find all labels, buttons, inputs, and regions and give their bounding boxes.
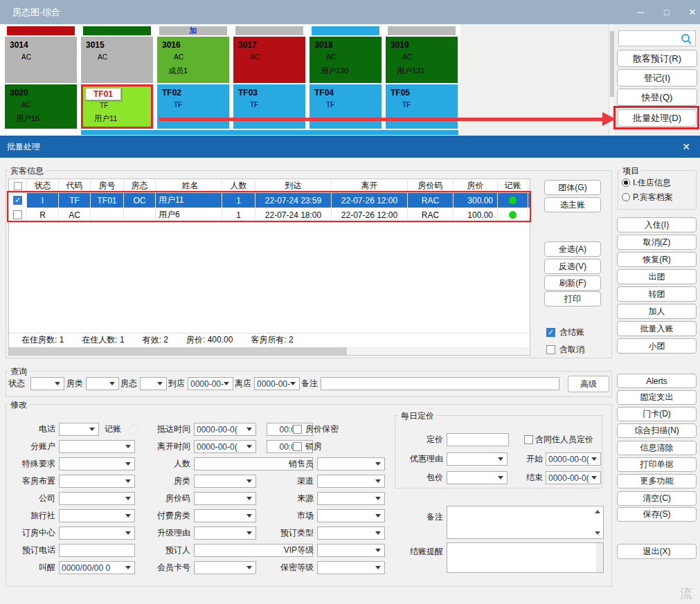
- scroll-up-icon[interactable]: [595, 510, 600, 513]
- select-all-button[interactable]: 全选(A): [544, 241, 601, 257]
- rate-secret-checkbox[interactable]: [293, 425, 302, 434]
- member-card-dropdown[interactable]: [194, 561, 256, 574]
- booking-center-dropdown[interactable]: [59, 527, 135, 540]
- salesman-dropdown[interactable]: [317, 457, 385, 470]
- discount-reason-dropdown[interactable]: [447, 452, 508, 466]
- roomtype-modify-dropdown[interactable]: [194, 475, 256, 488]
- row-checkbox-cell[interactable]: [9, 193, 27, 208]
- scan-button[interactable]: 综合扫描(N): [617, 423, 697, 438]
- room-tile-3018[interactable]: 3018 AC 用户130: [309, 37, 382, 83]
- secret-level-dropdown[interactable]: [317, 561, 385, 574]
- radio-guest-profile-label[interactable]: P.宾客档案: [633, 191, 673, 204]
- quick-checkin-button[interactable]: 快登(Q): [617, 89, 697, 106]
- source-dropdown[interactable]: [317, 492, 385, 505]
- batch-post-button[interactable]: 批量入账: [617, 321, 697, 336]
- textarea-scrollbar[interactable]: [596, 543, 603, 572]
- status-dropdown[interactable]: [30, 377, 64, 390]
- checkbox-icon[interactable]: [13, 210, 22, 219]
- ratecode-dropdown[interactable]: [194, 492, 256, 505]
- room-tile-tf02[interactable]: TF02 TF: [157, 84, 229, 129]
- room-tile-tf04[interactable]: TF04 TF: [309, 84, 382, 129]
- travel-agency-dropdown[interactable]: [59, 509, 135, 522]
- clear-button[interactable]: 清空(C): [617, 491, 697, 506]
- fixed-charge-button[interactable]: 固定支出: [617, 390, 697, 405]
- print-doc-button[interactable]: 打印单据: [617, 457, 697, 472]
- add-person-button[interactable]: 加人: [617, 304, 697, 319]
- checkout-reminder-textarea[interactable]: [447, 542, 604, 573]
- booking-type-dropdown[interactable]: [317, 527, 385, 540]
- price-input[interactable]: [447, 433, 509, 446]
- room-tile-3020[interactable]: 3020 AC 用户15: [5, 84, 77, 129]
- depart-date-dropdown[interactable]: 0000-00-0(: [254, 377, 300, 390]
- transfer-group-button[interactable]: 转团: [617, 286, 697, 302]
- checkin-button[interactable]: 登记(I): [617, 69, 697, 86]
- query-remark-input[interactable]: [321, 377, 559, 390]
- save-button[interactable]: 保存(S): [617, 507, 697, 522]
- col-header[interactable]: 记账: [498, 179, 528, 192]
- checkbox-checked-icon[interactable]: [13, 196, 22, 205]
- table-row[interactable]: R AC 用户6 1 22-07-24 18:00 22-07-26 12:00…: [9, 208, 530, 222]
- col-header[interactable]: 房价: [454, 179, 498, 192]
- row-checkbox-cell[interactable]: [9, 208, 27, 222]
- checkbox-icon[interactable]: [14, 182, 22, 190]
- wake-call-dropdown[interactable]: 0000/00/00 0: [59, 561, 135, 574]
- maximize-icon[interactable]: □: [658, 6, 676, 19]
- restore-action-button[interactable]: 恢复(R): [617, 252, 697, 267]
- exit-button[interactable]: 退出(X): [617, 544, 697, 559]
- col-header[interactable]: 到达: [255, 179, 332, 192]
- room-tile-3015[interactable]: 3015 AC: [81, 37, 153, 83]
- refresh-button[interactable]: 刷新(F): [544, 275, 601, 291]
- alerts-button[interactable]: Alerts: [617, 374, 697, 388]
- select-master-button[interactable]: 选主账: [544, 197, 601, 212]
- col-header[interactable]: 人数: [222, 179, 255, 192]
- phone-dropdown[interactable]: [59, 423, 99, 436]
- header-checkbox-cell[interactable]: [9, 179, 27, 192]
- lock-room-checkbox[interactable]: [293, 442, 302, 451]
- room-tile-3017[interactable]: 3017 AC: [233, 37, 305, 83]
- invert-select-button[interactable]: 反选(V): [544, 259, 601, 274]
- include-sharer-checkbox[interactable]: [524, 435, 533, 444]
- room-setup-dropdown[interactable]: [59, 475, 135, 488]
- col-header[interactable]: 状态: [27, 179, 59, 192]
- modify-remark-textarea[interactable]: [447, 506, 604, 539]
- col-header[interactable]: 代码: [59, 179, 91, 192]
- split-account-dropdown[interactable]: [59, 440, 135, 453]
- table-row-selected[interactable]: I TF TF01 OC 用户11 1 22-07-24 23:59 22-07…: [9, 193, 530, 208]
- room-tile-tf05[interactable]: TF05 TF: [386, 84, 458, 129]
- radio-stay-info-label[interactable]: I.住店信息: [633, 176, 671, 190]
- vip-level-dropdown[interactable]: [317, 544, 385, 557]
- more-functions-button[interactable]: 更多功能: [617, 474, 697, 488]
- col-header[interactable]: 房号: [91, 179, 124, 192]
- advanced-button[interactable]: 高级: [568, 376, 609, 392]
- door-card-button[interactable]: 门卡(D): [617, 407, 697, 421]
- market-dropdown[interactable]: [317, 509, 385, 522]
- company-dropdown[interactable]: [59, 492, 135, 505]
- depart-date-dropdown-modify[interactable]: 0000-00-0(: [194, 440, 256, 453]
- small-group-button[interactable]: 小团: [617, 338, 697, 354]
- radio-stay-info[interactable]: [622, 179, 630, 187]
- room-tile-3014[interactable]: 3014 AC: [5, 37, 77, 83]
- cancel-action-button[interactable]: 取消(Z): [617, 235, 697, 250]
- channel-dropdown[interactable]: [317, 475, 385, 488]
- start-date-dropdown[interactable]: 0000-00-0(: [546, 452, 601, 466]
- include-settled-checkbox[interactable]: [546, 328, 555, 337]
- room-tile-3019[interactable]: 3019 AC 用户131: [386, 37, 458, 83]
- walkin-reservation-button[interactable]: 散客预订(R): [617, 50, 697, 67]
- arrive-date-dropdown-modify[interactable]: 0000-00-0(: [194, 423, 256, 436]
- booking-phone-input[interactable]: [59, 544, 135, 557]
- upgrade-reason-dropdown[interactable]: [194, 527, 256, 540]
- group-button[interactable]: 团体(G): [544, 180, 601, 195]
- package-dropdown[interactable]: [447, 471, 508, 484]
- room-search-input[interactable]: [618, 30, 696, 46]
- scrollbar-thumb[interactable]: [9, 347, 347, 355]
- minimize-icon[interactable]: ─: [631, 6, 649, 19]
- batch-process-button[interactable]: 批量处理(D): [618, 109, 697, 127]
- end-date-dropdown[interactable]: 0000-00-0(: [546, 471, 601, 484]
- checkout-group-button[interactable]: 出团: [617, 269, 697, 284]
- col-header[interactable]: 房态: [124, 179, 156, 192]
- print-button[interactable]: 打印: [544, 291, 601, 306]
- room-tile-tf03[interactable]: TF03 TF: [233, 84, 305, 129]
- arrive-date-dropdown[interactable]: 0000-00-0(: [188, 377, 233, 390]
- table-hscrollbar[interactable]: [9, 347, 529, 355]
- col-header[interactable]: 房价码: [408, 179, 454, 192]
